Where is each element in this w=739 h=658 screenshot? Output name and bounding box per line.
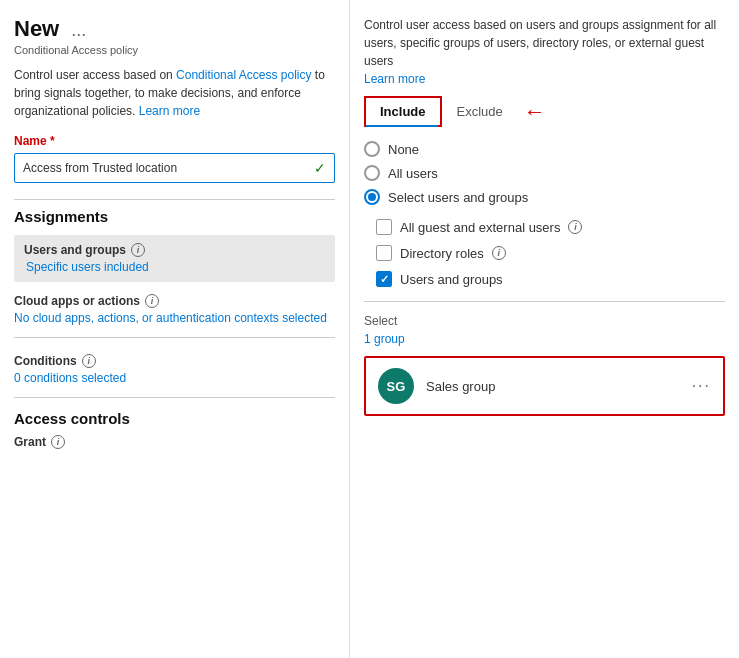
page-title: New bbox=[14, 16, 59, 42]
tabs-row: Include Exclude ← bbox=[364, 96, 725, 127]
cb-directory-label: Directory roles bbox=[400, 246, 484, 261]
name-label: Name * bbox=[14, 134, 335, 148]
left-panel: New ... Conditional Access policy Contro… bbox=[0, 0, 350, 658]
access-controls-title: Access controls bbox=[14, 410, 335, 427]
grant-label: Grant bbox=[14, 435, 46, 449]
radio-group: None All users Select users and groups bbox=[364, 141, 725, 205]
description: Control user access based on Conditional… bbox=[14, 66, 335, 120]
cb-directory-box bbox=[376, 245, 392, 261]
group-name: Sales group bbox=[426, 379, 680, 394]
radio-all-users-circle bbox=[364, 165, 380, 181]
cb-users-groups-box: ✓ bbox=[376, 271, 392, 287]
right-description-text: Control user access based on users and g… bbox=[364, 18, 716, 68]
users-groups-subtitle: Specific users included bbox=[24, 260, 325, 274]
radio-none-label: None bbox=[388, 142, 419, 157]
conditions-divider bbox=[14, 337, 335, 338]
conditions-subtitle: 0 conditions selected bbox=[14, 371, 335, 385]
radio-select-label: Select users and groups bbox=[388, 190, 528, 205]
group-more-button[interactable]: ··· bbox=[692, 377, 711, 395]
conditions-label: Conditions bbox=[14, 354, 77, 368]
cb-users-groups-label: Users and groups bbox=[400, 272, 503, 287]
access-controls-divider bbox=[14, 397, 335, 398]
grant-info-icon[interactable]: i bbox=[51, 435, 65, 449]
group-card[interactable]: SG Sales group ··· bbox=[364, 356, 725, 416]
tab-include[interactable]: Include bbox=[364, 96, 442, 127]
cb-guest-label: All guest and external users bbox=[400, 220, 560, 235]
red-arrow: ← bbox=[524, 101, 546, 123]
cb-users-groups-checkmark: ✓ bbox=[380, 273, 389, 286]
radio-select-users[interactable]: Select users and groups bbox=[364, 189, 725, 205]
cloud-apps-subtitle: No cloud apps, actions, or authenticatio… bbox=[14, 311, 335, 325]
access-controls-section: Access controls Grant i bbox=[14, 410, 335, 449]
radio-none[interactable]: None bbox=[364, 141, 725, 157]
radio-select-circle bbox=[364, 189, 380, 205]
grant-row: Grant i bbox=[14, 435, 335, 449]
right-description: Control user access based on users and g… bbox=[364, 16, 725, 88]
cb-guest-info-icon[interactable]: i bbox=[568, 220, 582, 234]
select-label: Select bbox=[364, 314, 725, 328]
cb-guest-box bbox=[376, 219, 392, 235]
description-link[interactable]: Conditional Access policy bbox=[176, 68, 311, 82]
checkmark-icon: ✓ bbox=[314, 160, 326, 176]
right-panel: Control user access based on users and g… bbox=[350, 0, 739, 658]
conditions-item[interactable]: Conditions i 0 conditions selected bbox=[14, 346, 335, 393]
radio-all-users[interactable]: All users bbox=[364, 165, 725, 181]
tab-exclude[interactable]: Exclude bbox=[442, 97, 518, 126]
cb-directory-info-icon[interactable]: i bbox=[492, 246, 506, 260]
users-groups-info-icon[interactable]: i bbox=[131, 243, 145, 257]
select-divider bbox=[364, 301, 725, 302]
page-title-dots: ... bbox=[71, 20, 86, 41]
description-prefix: Control user access based on bbox=[14, 68, 176, 82]
cb-guest-item[interactable]: All guest and external users i bbox=[376, 219, 725, 235]
assignments-title: Assignments bbox=[14, 208, 335, 225]
radio-all-users-label: All users bbox=[388, 166, 438, 181]
cloud-apps-item[interactable]: Cloud apps or actions i No cloud apps, a… bbox=[14, 286, 335, 333]
cloud-apps-info-icon[interactable]: i bbox=[145, 294, 159, 308]
cb-directory-item[interactable]: Directory roles i bbox=[376, 245, 725, 261]
group-initials: SG bbox=[387, 379, 406, 394]
learn-more-link-right[interactable]: Learn more bbox=[364, 72, 425, 86]
select-count[interactable]: 1 group bbox=[364, 332, 725, 346]
name-input-value: Access from Trusted location bbox=[23, 161, 177, 175]
name-input-box[interactable]: Access from Trusted location ✓ bbox=[14, 153, 335, 183]
page-subtitle: Conditional Access policy bbox=[14, 44, 335, 56]
cloud-apps-label: Cloud apps or actions bbox=[14, 294, 140, 308]
radio-none-circle bbox=[364, 141, 380, 157]
learn-more-link-left[interactable]: Learn more bbox=[139, 104, 200, 118]
users-and-groups-item[interactable]: Users and groups i Specific users includ… bbox=[14, 235, 335, 282]
conditions-info-icon[interactable]: i bbox=[82, 354, 96, 368]
users-groups-label: Users and groups bbox=[24, 243, 126, 257]
checkboxes-section: All guest and external users i Directory… bbox=[376, 219, 725, 287]
group-avatar: SG bbox=[378, 368, 414, 404]
assignments-divider bbox=[14, 199, 335, 200]
cb-users-groups-item[interactable]: ✓ Users and groups bbox=[376, 271, 725, 287]
